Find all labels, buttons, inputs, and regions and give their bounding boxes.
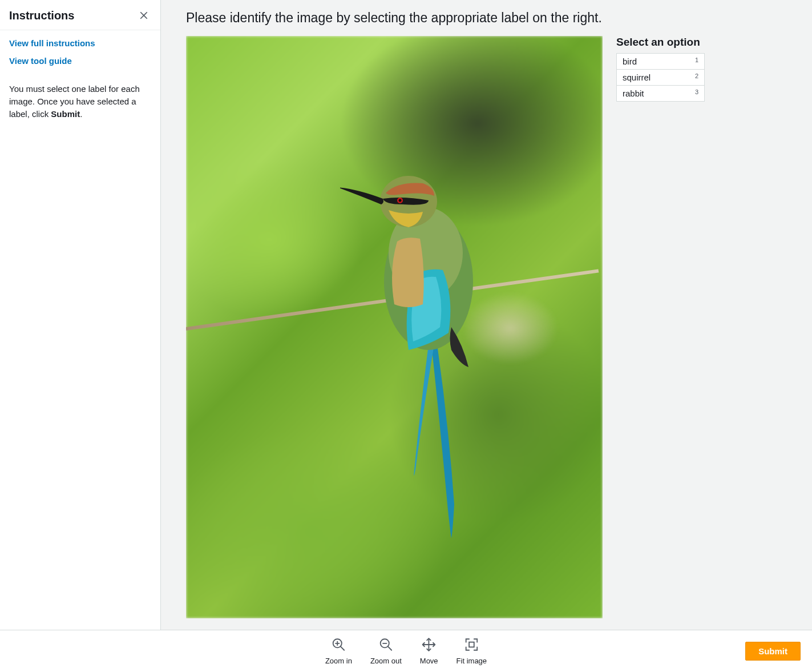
- fit-image-icon: [464, 637, 479, 654]
- svg-line-8: [341, 646, 344, 650]
- move-icon: [422, 637, 437, 654]
- option-shortcut: 3: [695, 88, 698, 95]
- zoom-out-icon: [378, 637, 393, 654]
- close-icon: [139, 10, 149, 21]
- main-workspace: Please identify the image by selecting t…: [161, 0, 812, 630]
- option-list: bird 1 squirrel 2 rabbit 3: [616, 53, 705, 102]
- bird-illustration: [340, 139, 523, 550]
- option-squirrel[interactable]: squirrel 2: [616, 70, 705, 86]
- instructions-title: Instructions: [9, 9, 74, 22]
- instructions-body: You must select one label for each image…: [9, 83, 151, 120]
- close-instructions-button[interactable]: [136, 8, 151, 23]
- tool-label: Move: [420, 657, 438, 665]
- footer-toolbar: Zoom in Zoom out: [0, 630, 812, 672]
- zoom-out-button[interactable]: Zoom out: [369, 636, 403, 666]
- option-bird[interactable]: bird 1: [616, 54, 705, 70]
- option-label: squirrel: [623, 73, 651, 82]
- instructions-sidebar: Instructions View full instructions View…: [0, 0, 161, 630]
- option-label: rabbit: [623, 88, 644, 98]
- tool-label: Zoom in: [325, 657, 352, 665]
- submit-button[interactable]: Submit: [745, 642, 801, 661]
- task-prompt: Please identify the image by selecting t…: [186, 10, 787, 26]
- zoom-in-icon: [331, 637, 346, 654]
- fit-image-button[interactable]: Fit image: [455, 636, 488, 666]
- option-shortcut: 2: [695, 73, 698, 79]
- option-shortcut: 1: [695, 57, 698, 63]
- option-label: bird: [623, 57, 637, 66]
- options-panel: Select an option bird 1 squirrel 2 rabbi…: [616, 36, 705, 102]
- view-tool-guide-link[interactable]: View tool guide: [9, 56, 72, 66]
- tool-label: Zoom out: [370, 657, 402, 665]
- task-image[interactable]: [186, 36, 603, 618]
- options-title: Select an option: [616, 36, 705, 49]
- svg-point-6: [399, 199, 402, 202]
- option-rabbit[interactable]: rabbit 3: [616, 86, 705, 102]
- svg-line-12: [388, 646, 391, 650]
- tool-label: Fit image: [457, 657, 487, 665]
- move-button[interactable]: Move: [419, 636, 439, 666]
- zoom-in-button[interactable]: Zoom in: [324, 636, 353, 666]
- view-full-instructions-link[interactable]: View full instructions: [9, 38, 95, 48]
- svg-rect-16: [469, 642, 474, 647]
